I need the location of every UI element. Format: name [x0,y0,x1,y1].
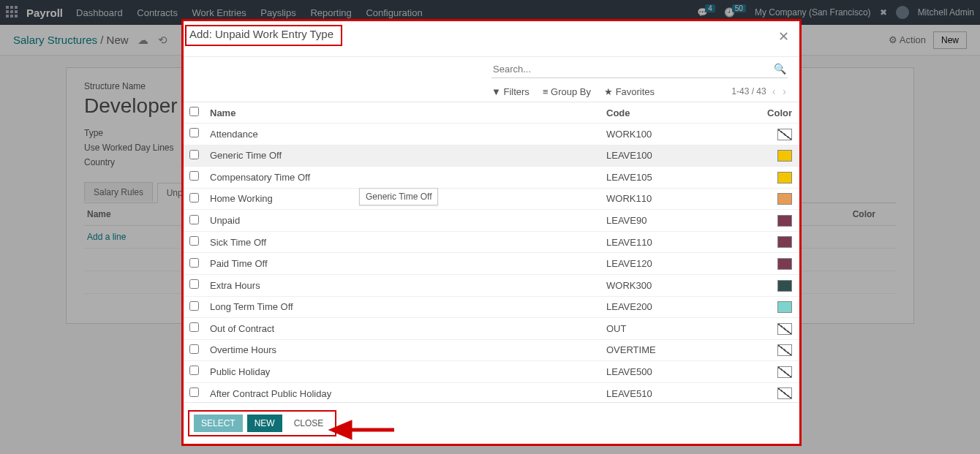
row-name: Generic Time Off [207,150,606,161]
row-code: OUT [606,323,760,334]
row-code: LEAVE510 [606,388,760,399]
row-name: Paid Time Off [207,258,606,269]
row-checkbox[interactable] [189,171,199,181]
filters-button[interactable]: ▼ Filters [491,86,529,97]
row-name: Unpaid [207,215,606,226]
color-swatch [777,323,792,335]
color-swatch [777,258,792,270]
row-checkbox[interactable] [189,322,199,332]
col-code-header[interactable]: Code [606,107,760,118]
row-checkbox[interactable] [189,193,199,203]
row-name: Sick Time Off [207,237,606,248]
modal-title: Add: Unpaid Work Entry Type [189,28,333,40]
table-row[interactable]: Out of ContractOUT [184,318,799,340]
select-button[interactable]: Select [194,415,243,432]
row-code: LEAVE105 [606,172,760,183]
table-row[interactable]: Extra HoursWORK300 [184,275,799,297]
color-swatch [777,344,792,356]
color-swatch [777,387,792,399]
color-swatch [777,129,792,140]
col-color-header[interactable]: Color [760,107,792,118]
row-checkbox[interactable] [189,366,199,375]
row-code: LEAVE500 [606,366,760,377]
row-name: Attendance [207,129,606,140]
groupby-button[interactable]: ≡ Group By [543,86,591,97]
row-checkbox[interactable] [189,344,199,354]
search-box: 🔍 [491,60,788,78]
color-swatch [777,236,792,248]
row-code: LEAVE100 [606,150,760,161]
color-swatch [777,280,792,292]
table-row[interactable]: UnpaidLEAVE90 [184,210,799,232]
new-modal-button[interactable]: New [247,415,282,432]
pager-next-icon[interactable]: › [781,86,788,97]
row-code: LEAVE120 [606,258,760,269]
row-name: Compensatory Time Off [207,172,606,183]
table-row[interactable]: Home WorkingWORK110 [184,189,799,211]
table-row[interactable]: After Contract Public HolidayLEAVE510 [184,383,799,402]
search-input[interactable] [493,64,774,75]
table-row[interactable]: Long Term Time OffLEAVE200 [184,297,799,319]
row-name: After Contract Public Holiday [207,388,606,399]
table-row[interactable]: Overtime HoursOVERTIME [184,340,799,362]
row-code: WORK110 [606,193,760,204]
close-button[interactable]: Close [287,415,331,432]
row-checkbox[interactable] [189,387,199,397]
color-swatch [777,301,792,313]
table-row[interactable]: Generic Time OffLEAVE100 [184,145,799,167]
table-row[interactable]: Sick Time OffLEAVE110 [184,232,799,254]
row-code: LEAVE200 [606,301,760,312]
row-checkbox[interactable] [189,128,199,137]
close-icon[interactable]: ✕ [778,29,789,45]
table-row[interactable]: Compensatory Time OffLEAVE105 [184,167,799,189]
pager-prev-icon[interactable]: ‹ [771,86,777,97]
row-checkbox[interactable] [189,258,199,268]
row-code: LEAVE110 [606,237,760,248]
select-all-checkbox[interactable] [189,107,199,116]
pager-text: 1-43 / 43 [731,86,766,97]
favorites-button[interactable]: ★ Favorites [604,86,655,97]
row-name: Overtime Hours [207,344,606,355]
col-name-header[interactable]: Name [207,107,606,118]
row-checkbox[interactable] [189,215,199,224]
row-code: OVERTIME [606,344,760,355]
row-code: LEAVE90 [606,215,760,226]
search-icon[interactable]: 🔍 [774,63,786,75]
annotation-arrow [330,417,403,445]
row-name: Extra Hours [207,280,606,291]
row-tooltip: Generic Time Off [359,188,438,205]
row-code: WORK100 [606,129,760,140]
row-code: WORK300 [606,280,760,291]
table-row[interactable]: Paid Time OffLEAVE120 [184,253,799,275]
modal-table: Name Code Color AttendanceWORK100Generic… [184,102,799,402]
color-swatch [777,150,792,162]
annotation-title-box: Add: Unpaid Work Entry Type [185,25,342,46]
color-swatch [777,215,792,227]
table-row[interactable]: Public HolidayLEAVE500 [184,361,799,383]
row-name: Public Holiday [207,366,606,377]
color-swatch [777,366,792,378]
modal-dialog: Add: Unpaid Work Entry Type ✕ 🔍 ▼ Filter… [181,19,802,446]
row-checkbox[interactable] [189,279,199,289]
row-checkbox[interactable] [189,150,199,159]
annotation-footer-box: Select New Close [188,410,336,436]
color-swatch [777,172,792,184]
color-swatch [777,193,792,205]
row-checkbox[interactable] [189,236,199,246]
row-name: Out of Contract [207,323,606,334]
row-checkbox[interactable] [189,301,199,311]
row-name: Long Term Time Off [207,301,606,312]
table-row[interactable]: AttendanceWORK100 [184,124,799,145]
